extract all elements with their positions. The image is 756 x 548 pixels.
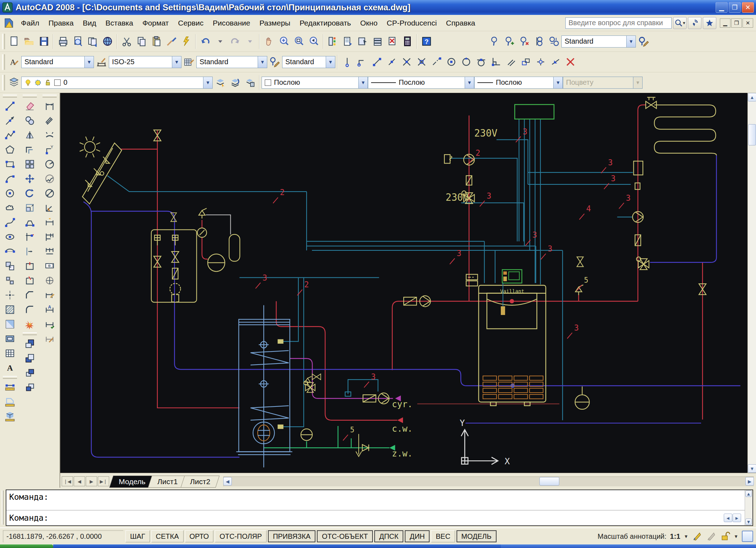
region-icon[interactable] (2, 331, 18, 346)
hatch-icon[interactable] (2, 302, 18, 317)
ellipse-arc-icon[interactable] (2, 244, 18, 259)
scroll-right-icon[interactable]: ▶ (745, 477, 754, 486)
snap-insert-icon[interactable] (518, 54, 533, 70)
named-view-icon[interactable] (487, 33, 502, 50)
horizontal-scrollbar[interactable]: ◀ ▶ (223, 476, 754, 486)
gradient-icon[interactable] (2, 317, 18, 331)
layer-properties-icon[interactable] (6, 74, 21, 91)
text-style-icon[interactable]: A (6, 54, 21, 70)
toolbar-grip[interactable] (2, 34, 5, 49)
jogged-icon[interactable] (41, 171, 58, 186)
snap-quadrant-icon[interactable] (459, 54, 474, 70)
toggle-дин[interactable]: ДИН (405, 530, 430, 542)
menu-окно[interactable]: Окно (355, 17, 382, 29)
snap-extension-icon[interactable] (429, 54, 444, 70)
command-vertical-scrollbar[interactable]: ▲ ▼ (745, 490, 752, 525)
copy-icon[interactable] (134, 33, 149, 50)
multiline-text-icon[interactable]: A (2, 360, 18, 375)
plot-preview-icon[interactable] (70, 33, 85, 50)
tool-palettes-icon[interactable] (325, 33, 340, 50)
fillet-icon[interactable] (22, 302, 38, 317)
toolbar-lock-icon[interactable] (720, 531, 730, 542)
mleader-style-icon[interactable] (267, 54, 282, 70)
menu-вид[interactable]: Вид (78, 17, 101, 29)
annotation-scale-value[interactable]: 1:1 (670, 532, 680, 541)
spline-icon[interactable] (2, 215, 18, 229)
toggle-отс-поляр[interactable]: ОТС-ПОЛЯР (215, 530, 267, 542)
mleader-style-combo[interactable]: Standard▾ (282, 56, 335, 68)
snap-apparent-intersection-icon[interactable] (414, 54, 429, 70)
scale-icon[interactable] (22, 200, 38, 215)
track-point-icon[interactable] (340, 54, 354, 70)
construction-line-icon[interactable] (2, 113, 18, 128)
toolbar-grip[interactable] (3, 376, 17, 379)
toolbar-grip[interactable] (2, 75, 5, 90)
mdi-close-button[interactable]: ✕ (743, 18, 753, 28)
plot-icon[interactable] (55, 33, 70, 50)
snap-intersection-icon[interactable] (399, 54, 414, 70)
horizontal-scroll-thumb[interactable] (539, 477, 559, 486)
bring-above-objects-icon[interactable] (22, 365, 38, 380)
bring-to-front-icon[interactable] (22, 336, 38, 351)
snap-center-icon[interactable] (444, 54, 459, 70)
toggle-привязка[interactable]: ПРИВЯЗКА (268, 530, 315, 542)
trim-icon[interactable] (22, 229, 38, 244)
layer-color-swatch[interactable] (54, 79, 61, 86)
make-block-icon[interactable] (2, 273, 18, 288)
snap-perpendicular-icon[interactable] (488, 54, 503, 70)
dimension-style-icon[interactable] (41, 331, 58, 346)
toggle-дпск[interactable]: ДПСК (374, 530, 403, 542)
toolbar-grip[interactable] (23, 95, 37, 98)
next-tab-icon[interactable]: ▶ (86, 476, 97, 486)
publish-icon[interactable] (85, 33, 100, 50)
annotation-visibility-icon[interactable] (692, 531, 702, 542)
layer-combo-arrow[interactable]: ▾ (203, 77, 212, 88)
radius-icon[interactable] (41, 157, 58, 171)
snap-node-icon[interactable] (533, 54, 548, 70)
first-tab-icon[interactable]: ❘◀ (62, 476, 73, 486)
arc-length-icon[interactable] (41, 128, 58, 142)
layer-states-icon[interactable] (242, 74, 257, 91)
minimize-button[interactable]: ▁ (716, 2, 728, 13)
layer-combo[interactable]: 0 ▾ (21, 77, 213, 89)
dimension-edit-icon[interactable] (41, 288, 58, 302)
angular-icon[interactable] (41, 200, 58, 215)
circle-icon[interactable] (2, 186, 18, 200)
vertical-scrollbar[interactable]: ▲ ▼ (747, 93, 756, 473)
search-icon[interactable]: ▾ (673, 17, 687, 29)
undo-icon[interactable] (198, 33, 213, 50)
dimension-update-icon[interactable] (41, 317, 58, 331)
coordinates-readout[interactable]: -1681.1879, -26.6267 , 0.0000 (3, 530, 123, 542)
menu-cp-producenci[interactable]: CP-Producenci (382, 17, 441, 29)
ordinate-icon[interactable]: Y (41, 142, 58, 157)
cut-icon[interactable] (119, 33, 134, 50)
match-properties-icon[interactable] (164, 33, 179, 50)
aligned-icon[interactable] (41, 113, 58, 128)
layer-freeze-icon[interactable] (34, 79, 41, 86)
offset-icon[interactable] (22, 142, 38, 157)
send-under-objects-icon[interactable] (22, 380, 38, 394)
tab-модель[interactable]: Модель (109, 476, 155, 488)
make-object-layer-current-icon[interactable] (213, 74, 228, 91)
restore-button[interactable]: ❐ (729, 2, 741, 13)
command-scroll-left-icon[interactable]: ◀ (724, 514, 732, 522)
dimension-text-edit-icon[interactable]: A (41, 302, 58, 317)
linetype-combo[interactable]: Послою▾ (368, 77, 474, 89)
annotation-autoscale-icon[interactable] (706, 531, 717, 542)
lock-dropdown-icon[interactable]: ▼ (734, 534, 738, 539)
snap-from-icon[interactable] (354, 54, 369, 70)
last-tab-icon[interactable]: ▶❘ (98, 476, 109, 486)
markup-manager-icon[interactable] (385, 33, 400, 50)
redo-menu-icon[interactable] (242, 33, 257, 50)
group-icon[interactable] (532, 33, 547, 50)
command-window-grip[interactable] (2, 491, 4, 525)
area-icon[interactable] (2, 394, 18, 409)
menu-вставка[interactable]: Вставка (101, 17, 138, 29)
search-dropdown-icon[interactable]: ▾ (683, 20, 685, 26)
snap-nearest-icon[interactable] (548, 54, 563, 70)
send-to-back-icon[interactable] (22, 351, 38, 365)
communication-center-icon[interactable] (688, 17, 701, 29)
block-editor-icon[interactable] (179, 33, 194, 50)
workspace-combo-arrow[interactable]: ▾ (626, 36, 635, 47)
quickcalc-icon[interactable] (400, 33, 415, 50)
